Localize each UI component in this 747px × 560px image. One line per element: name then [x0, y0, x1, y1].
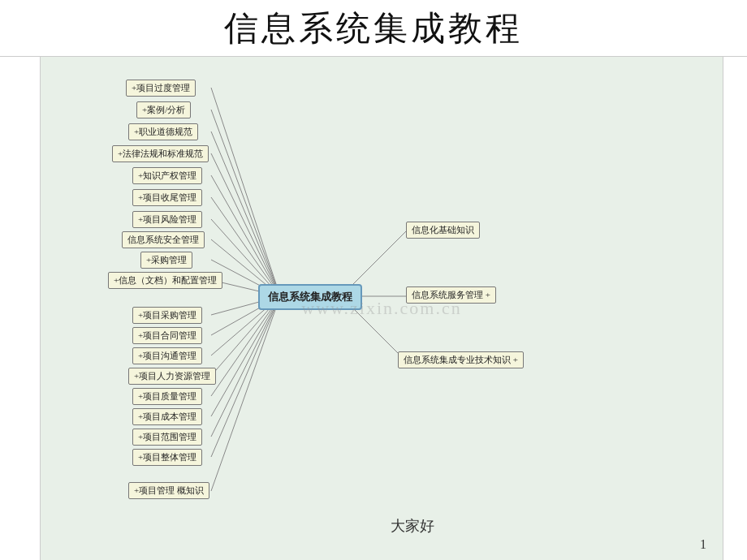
node-l15-label: +项目质量管理 — [132, 388, 202, 405]
center-node: 信息系统集成教程 — [258, 284, 362, 310]
node-l15: +项目质量管理 — [132, 388, 202, 405]
node-l14-label: +项目人力资源管理 — [128, 368, 216, 385]
node-l9-label: +采购管理 — [140, 252, 192, 269]
node-l12-label: +项目合同管理 — [132, 327, 202, 344]
node-l17-label: +项目范围管理 — [132, 429, 202, 446]
node-l9: +采购管理 — [140, 252, 192, 269]
node-l16: +项目成本管理 — [132, 408, 202, 425]
greeting-text: 大家好 — [391, 516, 434, 536]
node-l16-label: +项目成本管理 — [132, 408, 202, 425]
node-l19: +项目管理 概知识 — [128, 482, 209, 499]
node-l14: +项目人力资源管理 — [128, 368, 216, 385]
node-r1: 信息化基础知识 — [406, 222, 480, 239]
node-l1-label: +项目过度管理 — [126, 80, 196, 97]
node-l10: +信息（文档）和配置管理 — [108, 272, 222, 289]
node-l8: 信息系统安全管理 — [122, 231, 205, 248]
node-l11: +项目采购管理 — [132, 307, 202, 324]
node-l5-label: +知识产权管理 — [132, 167, 202, 184]
node-l13-label: +项目沟通管理 — [132, 347, 202, 364]
node-l3: +职业道德规范 — [128, 123, 198, 140]
node-r2: 信息系统服务管理 + — [406, 286, 496, 304]
node-l18: +项目整体管理 — [132, 449, 202, 466]
node-l8-label: 信息系统安全管理 — [122, 231, 205, 248]
node-l18-label: +项目整体管理 — [132, 449, 202, 466]
main-content: www.zixin.com.cn — [0, 57, 747, 560]
node-l6: +项目收尾管理 — [132, 189, 202, 206]
node-l2-label: +案例/分析 — [136, 101, 191, 118]
svg-line-15 — [211, 296, 280, 416]
node-l4: +法律法规和标准规范 — [112, 145, 209, 162]
node-r3: 信息系统集成专业技术知识 + — [398, 351, 524, 368]
page-title: 信息系统集成教程 — [224, 6, 523, 51]
left-margin — [0, 57, 41, 560]
center-node-label: 信息系统集成教程 — [258, 284, 362, 310]
greeting-label: 大家好 — [391, 518, 434, 534]
node-l10-label: +信息（文档）和配置管理 — [108, 272, 222, 289]
node-l11-label: +项目采购管理 — [132, 307, 202, 324]
node-r1-label: 信息化基础知识 — [406, 222, 480, 239]
node-r2-label: 信息系统服务管理 + — [406, 286, 496, 304]
right-margin — [723, 57, 747, 560]
node-l4-label: +法律法规和标准规范 — [112, 145, 209, 162]
page-header: 信息系统集成教程 — [0, 0, 747, 57]
node-l5: +知识产权管理 — [132, 167, 202, 184]
node-l19-label: +项目管理 概知识 — [128, 482, 209, 499]
node-l3-label: +职业道德规范 — [128, 123, 198, 140]
node-l1: +项目过度管理 — [126, 80, 196, 97]
svg-line-16 — [211, 296, 280, 437]
node-l2: +案例/分析 — [136, 101, 191, 118]
node-l12: +项目合同管理 — [132, 327, 202, 344]
node-l7-label: +项目风险管理 — [132, 211, 202, 228]
node-r3-label: 信息系统集成专业技术知识 + — [398, 351, 524, 368]
page-number: 1 — [700, 537, 706, 552]
node-l13: +项目沟通管理 — [132, 347, 202, 364]
svg-line-17 — [211, 296, 280, 457]
node-l6-label: +项目收尾管理 — [132, 189, 202, 206]
mindmap-area: www.zixin.com.cn — [41, 57, 723, 560]
node-l17: +项目范围管理 — [132, 429, 202, 446]
node-l7: +项目风险管理 — [132, 211, 202, 228]
